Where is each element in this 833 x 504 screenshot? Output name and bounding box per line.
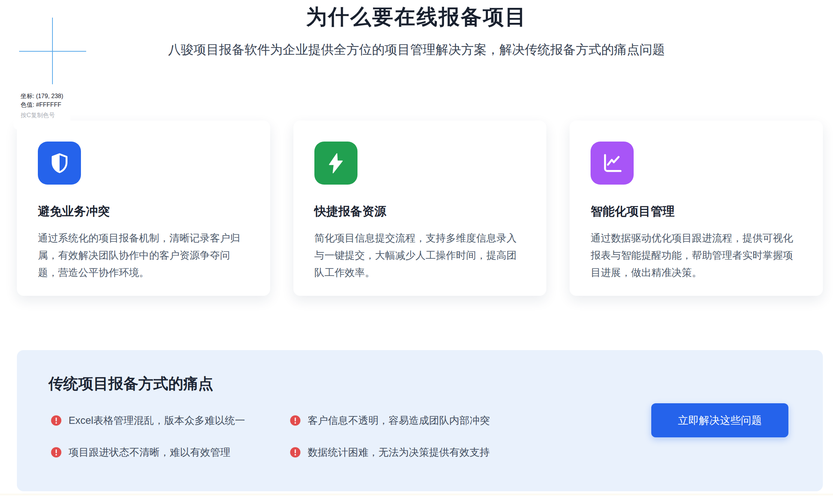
exclamation-circle-icon [51,415,62,426]
chart-line-icon [591,142,634,185]
feature-description: 通过数据驱动优化项目跟进流程，提供可视化报表与智能提醒功能，帮助管理者实时掌握项… [591,230,802,281]
picker-tooltip: 坐标: (179, 238) 色值: #FFFFFF 按C复制色号 [13,85,70,130]
page-subtitle: 八骏项目报备软件为企业提供全方位的项目管理解决方案，解决传统报备方式的痛点问题 [167,40,666,59]
pain-point-text: 数据统计困难，无法为决策提供有效支持 [308,446,490,459]
feature-card-quick-report: 快捷报备资源 简化项目信息提交流程，支持多维度信息录入与一键提交，大幅减少人工操… [293,121,547,296]
pain-point-text: 项目跟进状态不清晰，难以有效管理 [69,446,230,459]
pain-points-title: 传统项目报备方式的痛点 [48,373,213,394]
feature-title: 避免业务冲突 [38,203,249,220]
exclamation-circle-icon [290,415,301,426]
exclamation-circle-icon [51,447,62,458]
pain-point-text: 客户信息不透明，容易造成团队内部冲突 [308,414,490,427]
shield-icon [38,142,81,185]
pain-points-panel: 传统项目报备方式的痛点 Excel表格管理混乱，版本众多难以统一 客户信息不透明… [17,350,823,491]
pain-point-text: Excel表格管理混乱，版本众多难以统一 [69,414,245,427]
pain-point-item: 客户信息不透明，容易造成团队内部冲突 [290,414,490,427]
feature-card-smart-management: 智能化项目管理 通过数据驱动优化项目跟进流程，提供可视化报表与智能提醒功能，帮助… [570,121,823,296]
pain-points-list: Excel表格管理混乱，版本众多难以统一 客户信息不透明，容易造成团队内部冲突 … [51,414,490,459]
feature-cards-row: 避免业务冲突 通过系统化的项目报备机制，清晰记录客户归属，有效解决团队协作中的客… [17,121,823,296]
pain-point-item: 数据统计困难，无法为决策提供有效支持 [290,446,490,459]
feature-description: 简化项目信息提交流程，支持多维度信息录入与一键提交，大幅减少人工操作时间，提高团… [314,230,526,281]
page-title: 为什么要在线报备项目 [0,3,833,31]
picker-coordinates-value: 坐标: (179, 238) [21,92,70,100]
feature-title: 快捷报备资源 [314,203,526,220]
lightning-icon [314,142,357,185]
exclamation-circle-icon [290,447,301,458]
picker-copy-hint: 按C复制色号 [21,111,70,119]
feature-description: 通过系统化的项目报备机制，清晰记录客户归属，有效解决团队协作中的客户资源争夺问题… [38,230,249,281]
picker-color-value: 色值: #FFFFFF [21,100,70,109]
feature-title: 智能化项目管理 [591,203,802,220]
feature-card-avoid-conflict: 避免业务冲突 通过系统化的项目报备机制，清晰记录客户归属，有效解决团队协作中的客… [17,121,270,296]
pain-point-item: Excel表格管理混乱，版本众多难以统一 [51,414,290,427]
next-section-edge [0,494,833,495]
pain-point-item: 项目跟进状态不清晰，难以有效管理 [51,446,290,459]
solve-problems-button[interactable]: 立即解决这些问题 [651,403,788,437]
picker-crosshair-horizontal-line [19,51,86,52]
